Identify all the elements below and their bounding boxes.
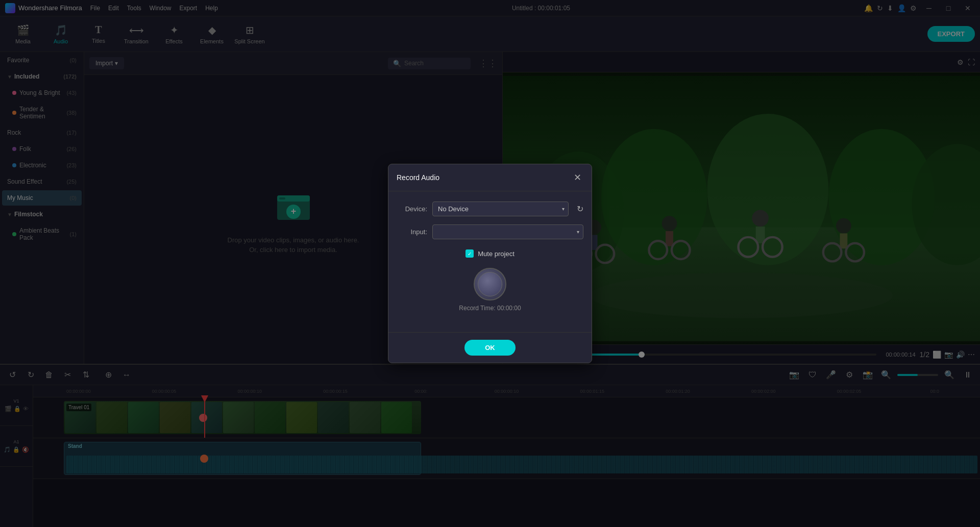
record-button-inner [478,272,502,296]
ok-button[interactable]: OK [464,340,516,356]
device-field: Device: No Device ▾ ↻ [397,202,583,216]
input-label: Input: [397,228,427,236]
mute-label: Mute project [478,250,514,258]
mute-project-row: ✓ Mute project [397,249,583,258]
record-button-area: Record Time: 00:00:00 [397,268,583,312]
device-select-wrapper: No Device ▾ [432,202,569,216]
modal-footer: OK [388,332,592,363]
modal-close-button[interactable]: ✕ [571,171,583,184]
record-audio-modal: Record Audio ✕ Device: No Device ▾ ↻ Inp… [388,164,592,363]
input-select-wrapper: ▾ [432,224,583,239]
input-field: Input: ▾ [397,224,583,239]
record-button[interactable] [474,268,506,300]
modal-title: Record Audio [397,173,439,182]
modal-header: Record Audio ✕ [388,164,592,191]
device-refresh-button[interactable]: ↻ [577,204,583,214]
modal-overlay: Record Audio ✕ Device: No Device ▾ ↻ Inp… [0,0,980,527]
device-label: Device: [397,205,427,213]
device-select[interactable]: No Device [432,202,569,216]
record-time-display: Record Time: 00:00:00 [459,305,521,312]
modal-body: Device: No Device ▾ ↻ Input: ▾ [388,191,592,332]
input-select[interactable] [432,224,583,239]
mute-checkbox[interactable]: ✓ [465,249,474,258]
